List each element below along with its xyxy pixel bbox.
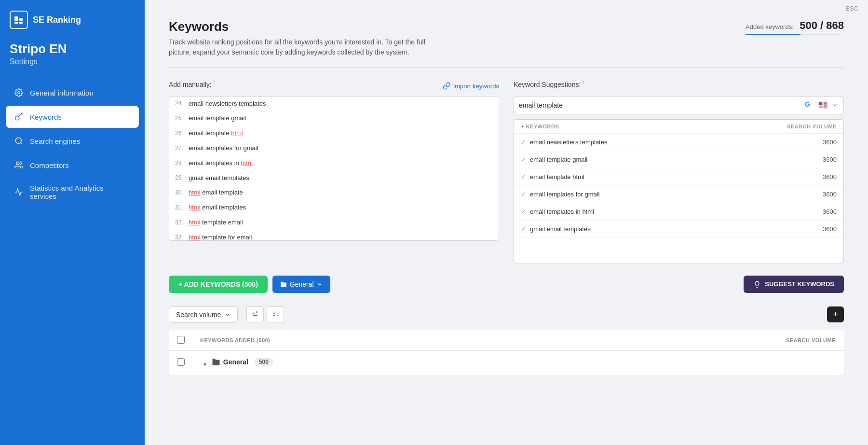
row-checkbox[interactable] — [177, 358, 185, 366]
general-button[interactable]: General — [272, 276, 330, 293]
suggestion-kw: gmail email templates — [530, 225, 823, 233]
added-kw-count: 500 / 868 — [800, 19, 844, 31]
list-item: 32.html template email — [169, 215, 499, 230]
sort-desc-icon — [272, 310, 279, 317]
col-header-keywords-added: KEYWORDS ADDED (500) — [192, 330, 568, 350]
import-keywords-link[interactable]: Import keywords — [443, 82, 499, 90]
suggestion-item[interactable]: ✓ email templates for gmail 3600 — [514, 186, 843, 203]
svg-rect-0 — [14, 16, 18, 21]
sidebar-item-label-keywords: Keywords — [30, 113, 62, 121]
added-keywords-box: Added keywords: 500 / 868 — [746, 19, 844, 35]
svg-point-7 — [16, 162, 19, 165]
suggestions-col-headers: + KEYWORDS SEARCH VOLUME — [514, 120, 843, 134]
chevron-down-icon — [317, 281, 323, 287]
keywords-title-area: Keywords Track website ranking positions… — [169, 19, 439, 57]
suggestion-kw: email newsletters templates — [530, 139, 823, 146]
table-header-checkbox — [169, 330, 193, 350]
check-icon: ✓ — [521, 139, 526, 146]
sidebar-item-competitors[interactable]: Competitors — [6, 154, 139, 176]
col-volume-label: SEARCH VOLUME — [787, 124, 837, 129]
add-keywords-button[interactable]: + ADD KEYWORDS (500) — [169, 276, 268, 293]
add-column-button[interactable]: + — [827, 306, 844, 322]
action-row: + ADD KEYWORDS (500) General SUGGEST KEY… — [169, 276, 844, 293]
check-icon: ✓ — [521, 225, 526, 233]
added-kw-bar-fill — [746, 34, 800, 35]
add-manually-header: Add manually: i Import keywords — [169, 79, 499, 92]
suggestions-search-input[interactable] — [519, 101, 801, 109]
keywords-header: Keywords Track website ranking positions… — [169, 19, 844, 57]
col-keywords-label: + KEYWORDS — [521, 124, 559, 129]
suggestion-item[interactable]: ✓ email templates in html 3600 — [514, 203, 843, 221]
sidebar-item-keywords[interactable]: Keywords — [6, 106, 139, 128]
suggestion-item[interactable]: ✓ email template gmail 3600 — [514, 151, 843, 168]
suggestions-list: + KEYWORDS SEARCH VOLUME ✓ email newslet… — [514, 119, 844, 264]
table-controls: Search volume + — [169, 306, 844, 323]
add-manually-label: Add manually: i — [169, 79, 215, 88]
add-manually-section: Add manually: i Import keywords 24.email… — [169, 79, 499, 264]
list-item: 30.html email template — [169, 185, 499, 200]
sidebar-item-analytics[interactable]: Statistics and Analytics services — [6, 178, 139, 206]
suggestion-item[interactable]: ✓ email newsletters templates 3600 — [514, 134, 843, 151]
folder-name: General — [223, 358, 248, 366]
sort-asc-button[interactable] — [246, 306, 264, 322]
lightbulb-icon — [753, 280, 761, 288]
page-title: Keywords — [169, 19, 439, 34]
select-all-checkbox[interactable] — [177, 336, 185, 344]
suggestion-item[interactable]: ✓ email template html 3600 — [514, 168, 843, 186]
list-item: 26.email template html — [169, 126, 499, 141]
chevron-down-icon — [225, 312, 231, 318]
project-name: Stripo EN — [10, 42, 135, 56]
folder-count: 500 — [254, 358, 273, 366]
sort-dropdown-label: Search volume — [176, 311, 221, 319]
suggestions-header: Keyword Suggestions: i — [514, 79, 844, 92]
chart-icon — [14, 187, 24, 197]
import-link-label: Import keywords — [453, 83, 499, 90]
table-controls-left: Search volume — [169, 306, 284, 323]
action-left: + ADD KEYWORDS (500) General — [169, 276, 330, 293]
sidebar-item-search-engines[interactable]: Search engines — [6, 130, 139, 152]
suggestion-item[interactable]: ✓ gmail email templates 3600 — [514, 221, 843, 238]
keyword-list[interactable]: 24.email newsletters templates 25.email … — [169, 96, 499, 241]
sidebar-item-label-competitors: Competitors — [30, 161, 69, 169]
project-sub: Settings — [10, 57, 135, 66]
sort-asc-icon — [252, 310, 258, 317]
suggest-keywords-label: SUGGEST KEYWORDS — [765, 280, 834, 288]
suggestion-vol: 3600 — [823, 225, 837, 233]
list-item: 24.email newsletters templates — [169, 97, 499, 111]
keywords-table: KEYWORDS ADDED (500) SEARCH VOLUME ▼ Gen… — [169, 330, 844, 375]
suggestion-vol: 3600 — [823, 139, 837, 146]
table-row: ▼ General 500 — [169, 350, 844, 375]
search-icon — [14, 136, 24, 146]
check-icon: ✓ — [521, 156, 526, 163]
check-icon: ✓ — [521, 191, 526, 198]
suggest-keywords-button[interactable]: SUGGEST KEYWORDS — [744, 276, 844, 293]
sidebar-item-general[interactable]: General information — [6, 82, 139, 104]
logo-icon — [10, 11, 28, 29]
sort-desc-button[interactable] — [267, 306, 284, 322]
sidebar-nav: General information Keywords Search engi… — [0, 78, 145, 210]
list-item: 31.html email templates — [169, 200, 499, 215]
gear-icon — [14, 87, 24, 98]
main-content: ESC Keywords Track website ranking posit… — [145, 0, 868, 445]
col-header-search-volume: SEARCH VOLUME — [568, 330, 844, 350]
two-col-section: Add manually: i Import keywords 24.email… — [169, 79, 844, 264]
suggestions-search-box[interactable]: G 🇺🇸 — [514, 96, 844, 114]
suggestion-kw: email templates for gmail — [530, 191, 823, 198]
people-icon — [14, 160, 24, 170]
added-kw-progress-bar — [746, 34, 842, 35]
suggestions-section: Keyword Suggestions: i G 🇺🇸 + KEYWORDS S… — [514, 79, 844, 264]
check-icon: ✓ — [521, 173, 526, 181]
suggestion-kw: email template gmail — [530, 156, 823, 163]
added-kw-label: Added keywords: — [746, 23, 794, 30]
folder-expand-button[interactable]: ▼ — [200, 361, 210, 368]
check-icon: ✓ — [521, 208, 526, 215]
sidebar-item-label-analytics: Statistics and Analytics services — [30, 184, 131, 200]
suggestion-vol: 3600 — [823, 191, 837, 198]
folder-badge: General 500 — [212, 358, 273, 366]
sort-dropdown[interactable]: Search volume — [169, 306, 238, 323]
svg-rect-1 — [19, 18, 23, 21]
esc-label: ESC — [845, 5, 858, 12]
svg-rect-3 — [19, 22, 23, 24]
table-header-row: KEYWORDS ADDED (500) SEARCH VOLUME — [169, 330, 844, 350]
google-icon: G — [805, 100, 814, 110]
